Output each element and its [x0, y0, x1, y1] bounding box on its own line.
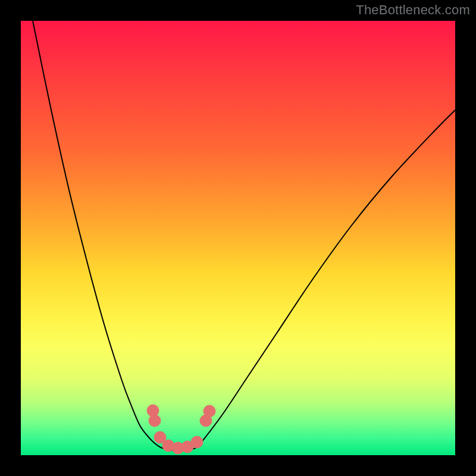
- bottleneck-curve: [33, 21, 455, 451]
- watermark-text: TheBottleneck.com: [356, 2, 470, 18]
- chart-frame: TheBottleneck.com: [0, 0, 476, 476]
- trough-markers: [147, 405, 215, 454]
- plot-area: [21, 21, 455, 455]
- trough-marker: [191, 436, 203, 448]
- chart-svg: [21, 21, 455, 455]
- trough-marker: [203, 405, 215, 417]
- trough-marker: [149, 415, 161, 427]
